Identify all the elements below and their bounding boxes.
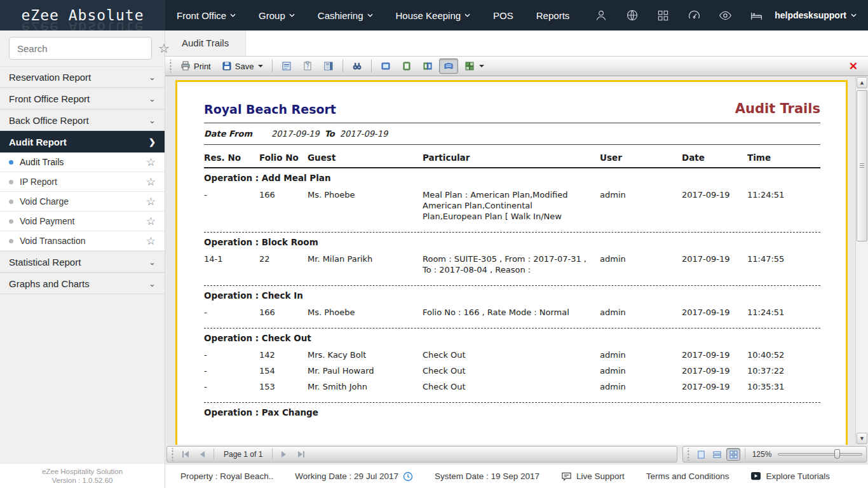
clock-icon[interactable] — [403, 471, 413, 482]
group-label: Front Office Report — [9, 93, 90, 104]
menu-pos[interactable]: POS — [493, 10, 513, 21]
scroll-down-button[interactable]: ▼ — [857, 433, 867, 444]
sidebar-group-audit-report[interactable]: Audit Report❯ — [0, 131, 165, 152]
scroll-up-button[interactable]: ▲ — [857, 77, 867, 88]
menu-cashiering[interactable]: Cashiering — [318, 10, 373, 21]
apps-grid-icon[interactable] — [656, 9, 670, 22]
menu-front-office[interactable]: Front Office — [177, 10, 236, 21]
report-section: Operation : Check In-166Ms. PhoebeFolio … — [204, 286, 820, 329]
page-indicator: Page 1 of 1 — [219, 450, 268, 459]
zoom-multi-page-button[interactable] — [726, 448, 740, 461]
cell-user: admin — [600, 365, 682, 376]
live-support-link[interactable]: Live Support — [561, 471, 625, 482]
sidebar-group-front-office-report[interactable]: Front Office Report⌄ — [0, 88, 165, 109]
group-label: Back Office Report — [9, 115, 89, 126]
tutorials-label: Explore Tutorials — [766, 471, 830, 481]
chevron-down-icon: ⌄ — [149, 116, 156, 125]
zoom-slider-thumb[interactable] — [834, 449, 840, 459]
page-setup-button[interactable] — [277, 58, 296, 74]
cell-date: 2017-09-19 — [682, 349, 747, 360]
cell-particular: Check Out — [423, 349, 600, 360]
close-report-button[interactable]: ✕ — [849, 61, 858, 72]
toolbar-grip — [169, 60, 172, 72]
zoom-slider[interactable] — [778, 452, 862, 457]
view-print-preview-button[interactable] — [376, 58, 395, 74]
sidebar-group-statistical-report[interactable]: Statistical Report⌄ — [0, 251, 165, 273]
sidebar-group-back-office-report[interactable]: Back Office Report⌄ — [0, 109, 165, 131]
sidebar-item-ip-report[interactable]: IP Report☆ — [0, 172, 165, 192]
col-time: Time — [747, 145, 820, 168]
report-section: Operation : Check Out-142Mrs. Kacy BoltC… — [204, 329, 820, 403]
last-page-button[interactable] — [294, 448, 308, 461]
vertical-scrollbar[interactable]: ▲ ▼ — [855, 76, 868, 445]
menu-label: House Keeping — [396, 10, 461, 21]
cell-date: 2017-09-19 — [682, 189, 747, 222]
cell-particular: Check Out — [423, 365, 600, 376]
report-body: Operation : Add Meal Plan-166Ms. PhoebeM… — [204, 168, 820, 420]
chevron-down-icon: ⌄ — [149, 257, 156, 267]
first-page-button[interactable] — [179, 448, 193, 461]
binoculars-icon — [352, 61, 362, 71]
favorite-star-icon[interactable]: ☆ — [146, 195, 156, 208]
menu-reports[interactable]: Reports — [536, 10, 570, 21]
previous-page-button[interactable] — [195, 448, 209, 461]
view-continuous-button[interactable] — [439, 58, 458, 74]
chevron-down-icon — [230, 13, 236, 17]
favorite-star-icon[interactable]: ☆ — [146, 215, 156, 228]
cell-date: 2017-09-19 — [682, 381, 747, 392]
scrollbar-thumb[interactable] — [857, 90, 867, 241]
multiple-pages-icon — [465, 61, 475, 71]
pager-grip — [171, 448, 174, 461]
save-button[interactable]: Save — [217, 58, 268, 74]
sidebar-group-reservation-report[interactable]: Reservation Report⌄ — [0, 66, 165, 88]
view-facing-pages-button[interactable] — [418, 58, 437, 74]
globe-icon[interactable] — [625, 9, 639, 22]
zoom-slider-track[interactable] — [778, 453, 862, 456]
bullet-icon — [9, 200, 13, 204]
print-button[interactable]: Print — [176, 58, 215, 74]
chevron-right-icon: ❯ — [149, 137, 156, 147]
parameters-clipboard-icon: ? — [302, 61, 313, 71]
table-row: 14-122Mr. Milan ParikhRoom : SUITE-305 ,… — [204, 250, 820, 276]
tab-audit-trails[interactable]: Audit Trails — [165, 30, 246, 56]
account-menu[interactable]: helpdesksupport — [775, 10, 857, 20]
favorites-star-icon[interactable]: ☆ — [158, 41, 170, 56]
report-title: Audit Trails — [735, 101, 820, 116]
pager-bar: Page 1 of 1 125% — [165, 445, 868, 464]
search-input[interactable] — [9, 37, 152, 60]
cell-guest: Ms. Phoebe — [308, 189, 423, 222]
sidebar-item-void-transaction[interactable]: Void Transaction☆ — [0, 231, 165, 251]
eye-icon[interactable] — [719, 9, 732, 22]
item-label: Void Charge — [20, 196, 69, 207]
report-section: Operation : Block Room14-122Mr. Milan Pa… — [204, 233, 820, 286]
document-map-button[interactable] — [319, 58, 338, 74]
sidebar-group-graphs-and-charts[interactable]: Graphs and Charts⌄ — [0, 273, 165, 294]
find-button[interactable] — [348, 58, 367, 74]
view-multiple-pages-button[interactable] — [460, 58, 489, 74]
room-bed-icon[interactable] — [750, 9, 763, 22]
sidebar-item-audit-trails[interactable]: Audit Trails☆ — [0, 152, 165, 172]
topbar-icon-group — [594, 9, 763, 22]
sidebar-item-void-charge[interactable]: Void Charge☆ — [0, 192, 165, 212]
favorite-star-icon[interactable]: ☆ — [146, 175, 156, 189]
next-page-button[interactable] — [277, 448, 291, 461]
parameters-button[interactable]: ? — [298, 58, 317, 74]
view-single-page-button[interactable] — [397, 58, 416, 74]
report-toolbar: Print Save ? — [165, 56, 868, 76]
explore-tutorials-link[interactable]: Explore Tutorials — [750, 471, 830, 481]
zoom-fit-width-button[interactable] — [710, 448, 724, 461]
menu-group[interactable]: Group — [259, 10, 295, 21]
favorite-star-icon[interactable]: ☆ — [146, 156, 156, 169]
user-icon[interactable] — [594, 9, 607, 22]
report-section: Operation : Pax Change — [204, 403, 820, 420]
favorite-star-icon[interactable]: ☆ — [146, 234, 156, 248]
menu-house-keeping[interactable]: House Keeping — [396, 10, 471, 21]
sidebar-item-void-payment[interactable]: Void Payment☆ — [0, 212, 165, 231]
date-from-label: Date From — [204, 129, 252, 139]
dashboard-gauge-icon[interactable] — [688, 9, 701, 22]
toolbar-separator — [342, 60, 343, 72]
zoom-single-page-button[interactable] — [694, 448, 707, 461]
cell-time: 10:37:22 — [747, 365, 820, 376]
save-label: Save — [235, 62, 254, 71]
terms-link[interactable]: Terms and Conditions — [646, 471, 729, 481]
